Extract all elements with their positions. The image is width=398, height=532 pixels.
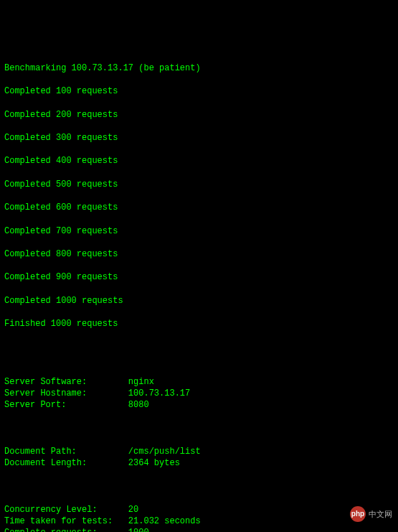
- progress-line: Completed 100 requests: [4, 85, 394, 97]
- benchmark-header: Benchmarking 100.73.13.17 (be patient): [4, 62, 394, 74]
- progress-line: Completed 500 requests: [4, 179, 394, 190]
- progress-line: Completed 800 requests: [4, 248, 394, 260]
- progress-line: Completed 300 requests: [4, 132, 394, 144]
- progress-line: Completed 700 requests: [4, 225, 394, 237]
- watermark: php 中文网: [350, 506, 392, 522]
- progress-line: Completed 900 requests: [4, 271, 394, 283]
- metrics-section: Concurrency Level: 20Time taken for test…: [4, 504, 394, 533]
- document-info-row: Document Length: 2364 bytes: [4, 457, 394, 469]
- progress-line: Completed 200 requests: [4, 109, 394, 121]
- metric-row: Time taken for tests: 21.032 seconds: [4, 515, 394, 527]
- metric-row: Complete requests: 1000: [4, 527, 394, 532]
- progress-section: Benchmarking 100.73.13.17 (be patient) C…: [4, 51, 394, 342]
- progress-line: Completed 600 requests: [4, 202, 394, 213]
- progress-line: Completed 400 requests: [4, 155, 394, 167]
- metric-row: Concurrency Level: 20: [4, 504, 394, 515]
- server-info-row: Server Software: nginx: [4, 376, 394, 388]
- watermark-text: 中文网: [369, 509, 392, 520]
- progress-line: Finished 1000 requests: [4, 318, 394, 330]
- php-logo-icon: php: [350, 506, 366, 522]
- progress-line: Completed 1000 requests: [4, 295, 394, 307]
- server-info-section: Server Software: nginxServer Hostname: 1…: [4, 376, 394, 411]
- document-info-section: Document Path: /cms/push/listDocument Le…: [4, 446, 394, 469]
- server-info-row: Server Hostname: 100.73.13.17: [4, 388, 394, 399]
- document-info-row: Document Path: /cms/push/list: [4, 446, 394, 457]
- server-info-row: Server Port: 8080: [4, 399, 394, 411]
